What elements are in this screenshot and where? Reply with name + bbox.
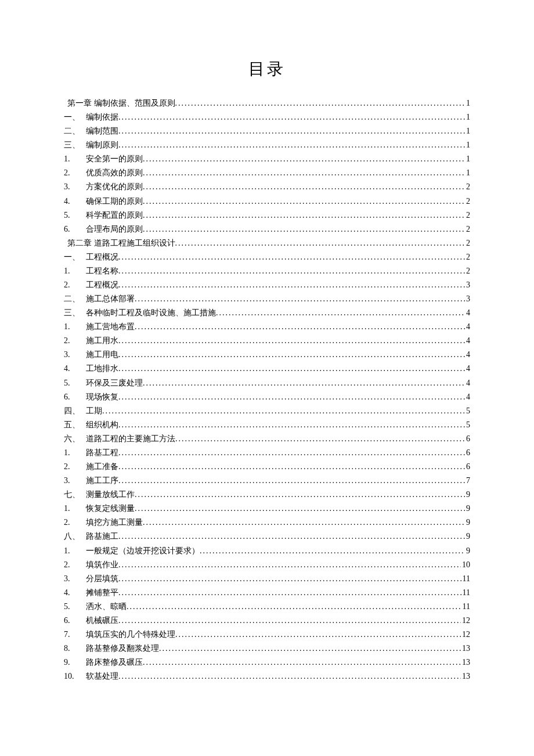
toc-entry: 1.施工营地布置4 [64, 320, 470, 334]
toc-entry-label: 2. [64, 166, 86, 180]
toc-entry-page: 1 [465, 166, 470, 180]
toc-entry-page: 6 [465, 460, 470, 474]
toc-entry-leader [118, 348, 465, 362]
toc-entry: 5.洒水、晾晒11 [64, 600, 470, 614]
toc-entry-leader [118, 460, 465, 474]
toc-entry-page: 13 [461, 656, 470, 669]
toc-entry-text: 机械碾压 [86, 614, 118, 628]
toc-entry-leader [143, 208, 465, 222]
toc-entry-text: 施工营地布置 [86, 320, 135, 334]
toc-entry-leader [118, 614, 461, 628]
toc-entry: 2.施工准备6 [64, 460, 470, 474]
toc-entry-text: 一般规定（边坡开挖设计要求） [86, 544, 200, 558]
toc-entry-text: 填筑作业 [86, 558, 118, 572]
toc-entry-label: 4. [64, 195, 86, 208]
toc-entry: 6.机械碾压12 [64, 614, 470, 628]
toc-entry-label: 3. [64, 180, 86, 194]
toc-entry-label: 1. [64, 152, 86, 166]
toc-entry-text: 方案优化的原则 [86, 180, 143, 194]
toc-entry: 2.施工用水4 [64, 334, 470, 348]
toc-entry-text: 组织机构 [86, 418, 118, 432]
toc-entry-page: 9 [465, 488, 470, 502]
toc-entry-text: 优质高效的原则 [86, 166, 143, 180]
toc-entry-text: 填筑压实的几个特殊处理 [86, 628, 175, 642]
toc-entry-text: 路基整修及翻浆处理 [86, 642, 159, 656]
toc-entry-label: 5. [64, 600, 86, 614]
toc-entry-page: 1 [465, 152, 470, 166]
toc-entry-leader [118, 138, 465, 152]
toc-entry-text: 填挖方施工测量 [86, 516, 143, 530]
toc-entry-page: 2 [465, 236, 470, 250]
toc-entry-page: 2 [465, 222, 470, 236]
toc-entry-label: 5. [64, 376, 86, 390]
toc-entry-label: 1. [64, 320, 86, 334]
toc-entry-label: 二、 [64, 292, 86, 306]
toc-entry-page: 4 [465, 334, 470, 348]
toc-entry-leader [143, 222, 465, 236]
toc-entry-leader [118, 530, 465, 543]
toc-entry-page: 6 [465, 446, 470, 460]
toc-entry-leader [175, 432, 465, 446]
toc-entry-label: 7. [64, 628, 86, 642]
toc-entry-text: 测量放线工作 [86, 488, 135, 502]
toc-entry-leader [118, 334, 465, 348]
toc-entry-page: 9 [465, 516, 470, 530]
toc-entry-leader [118, 474, 465, 488]
toc-entry-page: 13 [461, 642, 470, 656]
toc-entry-text: 恢复定线测量 [86, 502, 135, 516]
toc-entry: 2.填筑作业10 [64, 558, 470, 572]
toc-entry: 第二章 道路工程施工组织设计2 [64, 236, 470, 250]
toc-entry-text: 工程名称 [86, 264, 118, 278]
toc-entry-leader [102, 404, 465, 418]
toc-entry: 1.安全第一的原则1 [64, 152, 470, 166]
toc-entry-leader [216, 306, 465, 320]
toc-entry-label: 3. [64, 572, 86, 586]
toc-entry: 第一章 编制依据、范围及原则1 [64, 96, 470, 110]
toc-entry-page: 4 [465, 390, 470, 404]
toc-entry-label: 1. [64, 502, 86, 516]
toc-entry: 七、测量放线工作9 [64, 488, 470, 502]
toc-entry: 一、工程概况2 [64, 250, 470, 264]
toc-entry-label: 一、 [64, 250, 86, 264]
toc-entry-label: 3. [64, 348, 86, 362]
toc-entry-text: 编制依据 [86, 110, 118, 124]
toc-entry-leader [200, 544, 465, 558]
toc-entry-label: 4. [64, 362, 86, 376]
toc-entry-text: 路基施工 [86, 530, 118, 543]
toc-entry-text: 各种临时工程及临时设施、施工措施 [86, 306, 216, 320]
toc-entry-page: 11 [461, 586, 470, 600]
toc-entry: 2.工程概况3 [64, 278, 470, 292]
toc-entry-label: 2. [64, 460, 86, 474]
toc-entry: 9.路床整修及碾压13 [64, 656, 470, 669]
toc-entry-text: 路床整修及碾压 [86, 656, 143, 669]
toc-entry-label: 8. [64, 642, 86, 656]
toc-entry: 4.工地排水4 [64, 362, 470, 376]
toc-entry-label: 1. [64, 544, 86, 558]
toc-entry-label: 四、 [64, 404, 86, 418]
toc-entry: 8.路基整修及翻浆处理13 [64, 642, 470, 656]
toc-entry-text: 工地排水 [86, 362, 118, 376]
toc-entry-label: 2. [64, 558, 86, 572]
toc-entry-leader [118, 264, 465, 278]
toc-entry: 六、道路工程的主要施工方法6 [64, 432, 470, 446]
toc-entry-page: 1 [465, 138, 470, 152]
toc-entry: 二、编制范围1 [64, 124, 470, 138]
toc-entry-label: 6. [64, 390, 86, 404]
toc-entry-text: 施工总体部署 [86, 292, 135, 306]
toc-entry-label: 二、 [64, 124, 86, 138]
toc-entry: 1.一般规定（边坡开挖设计要求）9 [64, 544, 470, 558]
toc-entry-leader [175, 236, 466, 250]
toc-entry-leader [159, 642, 461, 656]
toc-entry-page: 4 [465, 348, 470, 362]
toc-entry-label: 七、 [64, 488, 86, 502]
toc-entry-leader [143, 166, 465, 180]
toc-entry: 6.现场恢复4 [64, 390, 470, 404]
toc-entry-leader [143, 516, 465, 530]
toc-entry: 7.填筑压实的几个特殊处理12 [64, 628, 470, 642]
table-of-contents: 第一章 编制依据、范围及原则1一、编制依据1二、编制范围1三、编制原则11.安全… [64, 96, 470, 683]
toc-entry-leader [118, 110, 465, 124]
toc-entry-text: 施工用电 [86, 348, 118, 362]
toc-entry-text: 分层填筑 [86, 572, 118, 586]
toc-entry-page: 9 [465, 544, 470, 558]
toc-entry: 三、各种临时工程及临时设施、施工措施4 [64, 306, 470, 320]
